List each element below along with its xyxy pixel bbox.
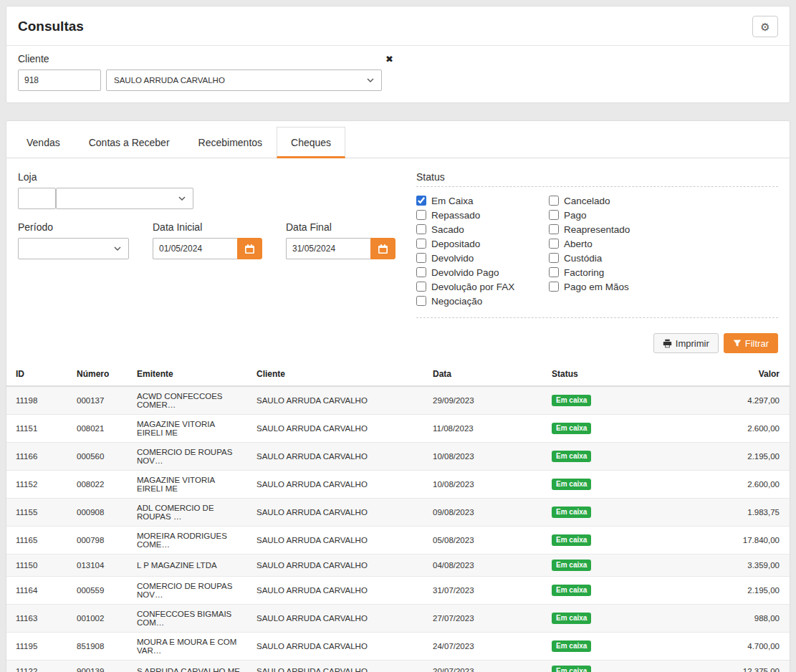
tab-contas-a-receber[interactable]: Contas a Receber <box>75 127 184 158</box>
filtrar-button[interactable]: Filtrar <box>724 333 778 353</box>
cell-cliente: SAULO ARRUDA CARVALHO <box>249 555 426 577</box>
status-checkbox-aberto[interactable]: Aberto <box>549 236 681 251</box>
cliente-select[interactable]: SAULO ARRUDA CARVALHO <box>106 69 382 91</box>
loja-code-input[interactable] <box>18 188 56 209</box>
checkbox-input[interactable] <box>549 282 559 292</box>
cell-id: 11166 <box>6 443 69 471</box>
cell-status: Em caixa <box>545 555 708 577</box>
settings-button[interactable]: ⚙ <box>752 16 778 37</box>
cell-valor: 4.297,00 <box>708 386 790 415</box>
checkbox-input[interactable] <box>416 296 426 306</box>
checkbox-input[interactable] <box>416 267 426 277</box>
status-checkbox-pago[interactable]: Pago <box>549 208 681 222</box>
cell-id: 11164 <box>6 577 69 605</box>
checkbox-input[interactable] <box>549 224 559 234</box>
column-header-valor: Valor <box>708 363 790 386</box>
cell-cliente: SAULO ARRUDA CARVALHO <box>249 577 426 605</box>
table-row[interactable]: 11122900139S ARRUDA CARVALHO MESAULO ARR… <box>6 661 790 672</box>
status-checkbox-repassado[interactable]: Repassado <box>416 208 549 222</box>
filter-icon <box>733 339 742 347</box>
cell-numero: 013104 <box>69 555 130 577</box>
checkbox-input[interactable] <box>416 253 426 263</box>
status-checkbox-devolu-o-por-fax[interactable]: Devolução por FAX <box>416 279 549 294</box>
checkbox-input[interactable] <box>549 253 559 263</box>
checkbox-input[interactable] <box>416 196 426 206</box>
checkbox-input[interactable] <box>549 196 559 206</box>
cell-emitente: COMERCIO DE ROUPAS NOV… <box>130 443 249 471</box>
cell-emitente: S ARRUDA CARVALHO ME <box>130 661 249 672</box>
checkbox-input[interactable] <box>549 210 559 220</box>
status-checkbox-depositado[interactable]: Depositado <box>416 236 549 251</box>
status-group: Status Em CaixaRepassadoSacadoDepositado… <box>416 171 778 318</box>
status-badge: Em caixa <box>552 507 591 518</box>
cell-data: 29/09/2023 <box>426 386 545 415</box>
cell-data: 04/08/2023 <box>426 555 545 577</box>
data-inicial-calendar-button[interactable] <box>237 238 262 259</box>
checkbox-label: Em Caixa <box>431 196 474 206</box>
status-checkbox-cancelado[interactable]: Cancelado <box>549 193 681 208</box>
checkbox-input[interactable] <box>416 224 426 234</box>
tab-cheques[interactable]: Cheques <box>277 127 345 158</box>
table-row[interactable]: 11195851908MOURA E MOURA E COM VAR…SAULO… <box>6 633 790 661</box>
checkbox-input[interactable] <box>416 210 426 220</box>
tab-vendas[interactable]: Vendas <box>12 127 75 158</box>
checkbox-label: Reapresentado <box>564 224 630 235</box>
table-row[interactable]: 11152008022MAGAZINE VITORIA EIRELI MESAU… <box>6 471 790 499</box>
status-checkbox-devolvido-pago[interactable]: Devolvido Pago <box>416 265 549 279</box>
status-checkbox-pago-em-m-os[interactable]: Pago em Mãos <box>549 279 681 294</box>
tab-recebimentos[interactable]: Recebimentos <box>184 127 277 158</box>
cell-emitente: L P MAGAZINE LTDA <box>130 555 249 577</box>
cell-cliente: SAULO ARRUDA CARVALHO <box>249 415 426 443</box>
status-badge: Em caixa <box>552 479 591 490</box>
table-row[interactable]: 11166000560COMERCIO DE ROUPAS NOV…SAULO … <box>6 443 790 471</box>
cell-data: 11/08/2023 <box>426 415 545 443</box>
clear-cliente-icon[interactable]: ✖ <box>385 54 393 64</box>
table-row[interactable]: 11150013104L P MAGAZINE LTDASAULO ARRUDA… <box>6 555 790 577</box>
status-checkbox-cust-dia[interactable]: Custódia <box>549 251 681 265</box>
data-inicial-input[interactable] <box>153 238 237 259</box>
status-badge: Em caixa <box>552 613 591 624</box>
data-final-calendar-button[interactable] <box>370 238 395 259</box>
cell-valor: 2.600,00 <box>708 471 790 499</box>
cliente-code-input[interactable] <box>18 69 101 91</box>
data-inicial-label: Data Inicial <box>153 221 262 233</box>
table-row[interactable]: 11155000908ADL COMERCIO DE ROUPAS …SAULO… <box>6 499 790 527</box>
table-header-row: IDNúmeroEmitenteClienteDataStatusValor <box>6 363 790 386</box>
status-checkbox-em-caixa[interactable]: Em Caixa <box>416 193 549 208</box>
table-row[interactable]: 11163001002CONFECCOES BIGMAIS COM…SAULO … <box>6 605 790 633</box>
checkbox-input[interactable] <box>549 267 559 277</box>
imprimir-button[interactable]: Imprimir <box>653 333 719 353</box>
cell-id: 11198 <box>6 386 69 415</box>
status-badge: Em caixa <box>552 560 591 571</box>
chevron-down-icon <box>178 196 186 201</box>
status-checkbox-reapresentado[interactable]: Reapresentado <box>549 222 681 236</box>
status-checkbox-negocia-o[interactable]: Negociação <box>416 294 549 308</box>
table-row[interactable]: 11164000559COMERCIO DE ROUPAS NOV…SAULO … <box>6 577 790 605</box>
cell-cliente: SAULO ARRUDA CARVALHO <box>249 386 426 415</box>
table-row[interactable]: 11151008021MAGAZINE VITORIA EIRELI MESAU… <box>6 415 790 443</box>
cell-status: Em caixa <box>545 605 708 633</box>
checkbox-input[interactable] <box>416 239 426 249</box>
cell-emitente: ADL COMERCIO DE ROUPAS … <box>130 499 249 527</box>
cell-status: Em caixa <box>545 499 708 527</box>
periodo-select[interactable] <box>18 238 129 259</box>
cell-data: 31/07/2023 <box>426 577 545 605</box>
status-checkbox-devolvido[interactable]: Devolvido <box>416 251 549 265</box>
status-column-2: CanceladoPagoReapresentadoAbertoCustódia… <box>549 193 681 308</box>
table-row[interactable]: 11165000798MOREIRA RODRIGUES COME…SAULO … <box>6 527 790 555</box>
cell-cliente: SAULO ARRUDA CARVALHO <box>249 471 426 499</box>
data-final-input[interactable] <box>286 238 370 259</box>
cell-data: 20/07/2023 <box>426 661 545 672</box>
table-row[interactable]: 11198000137ACWD CONFECCOES COMER…SAULO A… <box>6 386 790 415</box>
status-checkbox-factoring[interactable]: Factoring <box>549 265 681 279</box>
cell-status: Em caixa <box>545 661 708 672</box>
status-checkbox-sacado[interactable]: Sacado <box>416 222 549 236</box>
checkbox-input[interactable] <box>549 239 559 249</box>
checkbox-input[interactable] <box>416 282 426 292</box>
main-card: VendasContas a ReceberRecebimentosCheque… <box>6 120 790 672</box>
cell-data: 27/07/2023 <box>426 605 545 633</box>
consultas-header: Consultas ⚙ <box>6 6 790 46</box>
loja-select[interactable] <box>56 188 193 209</box>
checkbox-label: Devolvido <box>431 253 474 264</box>
cell-numero: 851908 <box>69 633 130 661</box>
